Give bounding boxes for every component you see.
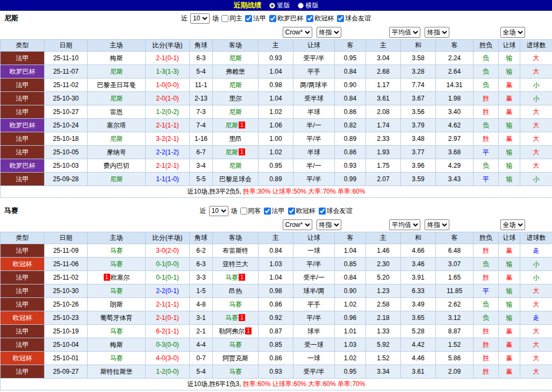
league-filter-checkbox[interactable]: 球会友谊 <box>337 14 371 23</box>
asia-home-odds: 1.02 <box>259 146 293 159</box>
radio-unselected-icon[interactable] <box>298 3 304 9</box>
league-checkbox-input[interactable] <box>269 15 276 22</box>
euro-final-select[interactable]: 终指 <box>425 219 449 230</box>
column-header: 主场 <box>88 40 146 52</box>
bookmaker-select[interactable]: Crow* <box>283 27 312 38</box>
team-name: 欧塞尔 <box>111 274 130 281</box>
layout-radio-horizontal[interactable]: 横版 <box>298 1 319 10</box>
column-header: 客场 <box>213 40 259 52</box>
asia-final-select[interactable]: 终指 <box>317 27 341 38</box>
league-checkbox-input[interactable] <box>306 15 313 22</box>
result-winloss: 负 <box>474 258 499 271</box>
same-venue-checkbox[interactable]: 同主 <box>221 14 242 23</box>
result-goals: 走 <box>520 244 552 258</box>
team-name: 阿贾克斯 <box>223 354 248 362</box>
euro-draw-odds: 3.77 <box>401 146 436 159</box>
average-select[interactable]: 平均值 <box>389 219 420 230</box>
home-team-cell: 马赛 <box>88 284 146 298</box>
league-type-cell: 欧冠杯 <box>1 352 45 365</box>
team-title: 马赛 <box>4 206 18 216</box>
team-name: 雷恩 <box>110 108 123 116</box>
scope-select[interactable]: 全场 <box>500 219 525 230</box>
result-winloss: 胜 <box>474 244 499 258</box>
league-filter-checkbox[interactable]: 欧冠杯 <box>288 206 316 216</box>
red-card-badge: 1 <box>239 274 245 281</box>
recent-count-select[interactable]: 10 <box>209 206 228 216</box>
asia-handicap: 平/半 <box>293 258 335 271</box>
corner-cell: 5-4 <box>190 65 213 79</box>
asia-final-select[interactable]: 终指 <box>317 219 341 230</box>
result-winloss: 负 <box>474 79 499 92</box>
home-team-cell: 尼斯 <box>88 132 146 146</box>
corner-cell: 5-4 <box>190 365 213 379</box>
result-handicap: 赢 <box>499 365 520 379</box>
score-cell: 2-2(1-2) <box>146 146 190 159</box>
euro-away-odds: 3.43 <box>436 173 474 186</box>
layout-radio-vertical[interactable]: 竖版 <box>269 1 290 10</box>
team-name: 昂热 <box>229 287 242 295</box>
match-row: 法甲25-11-09马赛3-0(2-0)6-2布雷斯特0.84一球1.041.4… <box>1 244 552 258</box>
asia-handicap: 半球 <box>293 146 335 159</box>
asia-away-odds: 0.84 <box>335 271 366 284</box>
section-marseille: 马赛 近 10 场 同客 法甲欧冠杯球会友谊 Crow* 终指 平均值 终指 全… <box>0 203 552 390</box>
league-checkbox-input[interactable] <box>337 15 344 22</box>
league-type-cell: 法甲 <box>1 79 45 92</box>
column-header: 角球 <box>190 40 213 52</box>
corner-cell: 6-2 <box>190 244 213 258</box>
asia-away-odds: 0.84 <box>335 92 366 105</box>
euro-draw-odds: 3.46 <box>401 258 436 271</box>
same-venue-input[interactable] <box>240 208 247 215</box>
euro-odds-dropdowns: 平均值 终指 <box>365 219 473 230</box>
summary-row: 近10场,胜3平2负5, 胜率:30% 让球率:50% 大率:70% 单率:60… <box>1 186 552 198</box>
asia-away-odds: 1.04 <box>335 244 366 258</box>
corner-cell: 2-13 <box>190 92 213 105</box>
match-row: 法甲25-10-26朗斯2-1(1-1)4-8马赛0.86平手1.022.583… <box>1 298 552 311</box>
league-filter-checkbox[interactable]: 欧冠杯 <box>306 14 334 23</box>
league-type-cell: 欧罗巴杯 <box>1 159 45 173</box>
league-checkbox-input[interactable] <box>264 208 271 215</box>
team-name: 勒阿弗尔 <box>219 327 245 335</box>
team-name: 马赛 <box>110 260 123 268</box>
score-cell: 2-1(1-1) <box>146 119 190 132</box>
corner-cell: 3-3 <box>190 271 213 284</box>
radio-selected-icon[interactable] <box>269 3 275 9</box>
same-venue-input[interactable] <box>221 15 228 22</box>
match-row: 法甲25-10-19马赛6-2(1-1)2-1勒阿弗尔10.87球半1.011.… <box>1 325 552 338</box>
recent-count-select[interactable]: 10 <box>190 13 210 24</box>
league-filter-checkbox[interactable]: 欧罗巴杯 <box>269 14 303 23</box>
euro-home-odds: 5.20 <box>366 271 401 284</box>
asia-home-odds: 0.93 <box>259 365 293 379</box>
same-venue-checkbox[interactable]: 同客 <box>240 206 261 216</box>
result-goals: 大 <box>520 284 552 298</box>
result-winloss: 胜 <box>474 105 499 119</box>
asia-home-odds: 1.03 <box>259 258 293 271</box>
euro-home-odds: 1.33 <box>366 325 401 338</box>
home-team-cell: 费内巴切 <box>88 159 146 173</box>
bookmaker-select[interactable]: Crow* <box>283 219 312 230</box>
average-select[interactable]: 平均值 <box>389 27 420 38</box>
date-cell: 25-10-18 <box>45 132 88 146</box>
league-type-cell: 欧罗巴杯 <box>1 65 45 79</box>
match-row: 法甲25-09-27斯特拉斯堡1-2(0-0)5-4马赛0.93受平/半0.95… <box>1 365 552 379</box>
league-checkbox-input[interactable] <box>288 208 295 215</box>
league-filter-checkbox[interactable]: 球会友谊 <box>319 206 353 216</box>
asia-home-odds: 0.86 <box>259 298 293 311</box>
asia-handicap: 一球 <box>293 352 335 365</box>
league-filter-checkbox[interactable]: 法甲 <box>245 14 266 23</box>
result-goals: 大 <box>520 325 552 338</box>
euro-home-odds: 2.30 <box>366 258 401 271</box>
scope-select[interactable]: 全场 <box>500 27 525 38</box>
column-header: 让球 <box>499 40 520 52</box>
euro-final-select[interactable]: 终指 <box>425 27 449 38</box>
away-team-cell: 马赛 <box>213 338 259 352</box>
away-team-cell: 尼斯 <box>213 79 259 92</box>
column-header: 胜负 <box>474 40 499 52</box>
section-nice: 尼斯 近 10 场 同主 法甲欧罗巴杯欧冠杯球会友谊 Crow* 终指 平均值 … <box>0 11 552 198</box>
team-name: 尼斯 <box>229 81 242 89</box>
euro-draw-odds: 4.66 <box>401 244 436 258</box>
league-checkbox-input[interactable] <box>245 15 252 22</box>
league-checkbox-input[interactable] <box>319 208 326 215</box>
league-filter-checkbox[interactable]: 法甲 <box>264 206 285 216</box>
euro-home-odds: 2.18 <box>366 311 401 325</box>
header-row: 类型日期主场比分(半场)角球客场主让球客主和客胜负让球进球数 <box>1 40 552 52</box>
